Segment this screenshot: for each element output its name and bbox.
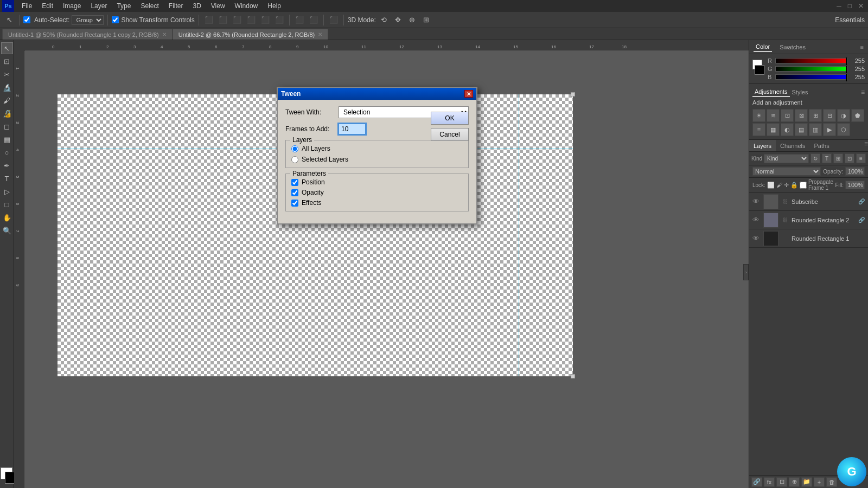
stamp-tool[interactable]: 🔏 [1,107,13,119]
arrange-btn[interactable]: ⬛ [328,14,340,26]
slice-tool[interactable]: ✂ [1,68,13,80]
propagate-checkbox[interactable] [800,182,807,189]
layer-adj-btn[interactable]: ⊕ [789,477,800,487]
fill-input[interactable] [845,181,865,189]
dialog-close-btn[interactable]: ✕ [464,90,473,98]
layer-rr1[interactable]: 👁 Rounded Rectangle 1 [749,229,868,248]
new-layer-btn[interactable]: + [814,477,825,487]
menu-type[interactable]: Type [112,1,135,11]
gradientmap-icon[interactable]: ▶ [823,123,836,136]
exposure-icon[interactable]: ⊡ [781,109,794,122]
bg-color-swatch[interactable] [755,65,764,75]
adjustments-tab[interactable]: Adjustments [752,87,790,97]
restore-btn[interactable]: □ [846,2,854,10]
layers-tab-channels[interactable]: Channels [776,140,809,151]
layer-subscribe-chain[interactable]: 🔗 [858,198,865,204]
eraser-tool[interactable]: ◻ [1,120,13,132]
opacity-input[interactable] [845,167,865,176]
invert-icon[interactable]: ◐ [781,123,794,136]
layer-rr2-visibility[interactable]: 👁 [752,216,760,224]
crop-tool[interactable]: ⊡ [1,55,13,67]
brush-tool[interactable]: 🖌 [1,94,13,106]
pen-tool[interactable]: ✒ [1,159,13,171]
brightness-icon[interactable]: ☀ [752,109,765,122]
auto-select-checkbox[interactable] [23,16,30,23]
show-transform-checkbox[interactable] [112,16,119,23]
menu-select[interactable]: Select [136,1,163,11]
menu-view[interactable]: View [207,1,229,11]
path-select-tool[interactable]: ▷ [1,185,13,197]
menu-image[interactable]: Image [59,1,85,11]
type-tool[interactable]: T [1,172,13,184]
layer-rr2[interactable]: 👁 ⛓ Rounded Rectangle 2 🔗 [749,211,868,229]
lock-paint-icon[interactable]: 🖌 [776,182,782,188]
rectangle-tool[interactable]: □ [1,198,13,210]
lock-position-icon[interactable]: ✛ [784,182,789,189]
hand-tool[interactable]: ✋ [1,211,13,223]
colorbalance-icon[interactable]: ⊟ [823,109,836,122]
dodge-tool[interactable]: ○ [1,146,13,158]
g-slider-thumb[interactable] [846,66,847,73]
layer-subscribe[interactable]: 👁 ⛓ Subscribe 🔗 [749,192,868,211]
menu-help[interactable]: Help [263,1,285,11]
dist-h-btn[interactable]: ⬛ [293,14,305,26]
panel-collapse-btn[interactable]: › [743,264,749,280]
adj-filter-icon[interactable]: ⊞ [833,153,843,163]
layers-tab-paths[interactable]: Paths [810,140,834,151]
curves-icon[interactable]: ≋ [767,109,780,122]
menu-file[interactable]: File [17,1,36,11]
adjustments-collapse[interactable]: ≡ [861,88,865,96]
kind-select[interactable]: Kind [764,154,809,163]
lock-all-icon[interactable]: 🔒 [790,182,798,189]
b-slider-thumb[interactable] [846,74,847,81]
posterize-icon[interactable]: ▤ [795,123,808,136]
refresh-icon[interactable]: ↻ [810,153,820,163]
menu-edit[interactable]: Edit [37,1,58,11]
menu-filter[interactable]: Filter [164,1,188,11]
all-layers-radio[interactable] [291,145,298,152]
lock-transparent-icon[interactable]: ⬜ [767,182,775,189]
layers-tab-layers[interactable]: Layers [749,140,776,151]
menu-window[interactable]: Window [231,1,263,11]
layer-subscribe-visibility[interactable]: 👁 [752,197,760,206]
align-center-h-btn[interactable]: ⬛ [217,14,229,26]
zoom-tool[interactable]: 🔍 [1,224,13,236]
tab-untitled1[interactable]: Untitled-1 @ 50% (Rounded Rectangle 1 co… [2,29,173,40]
layer-style-btn[interactable]: fx [764,477,775,487]
corner-handle-tr[interactable] [571,92,575,97]
minimize-btn[interactable]: ─ [834,2,844,10]
layer-link-btn[interactable]: 🔗 [751,477,762,487]
swatches-tab[interactable]: Swatches [777,43,808,52]
toggle-filter-icon[interactable]: ≡ [856,153,866,163]
layers-panel-collapse[interactable]: ≡ [864,140,868,151]
photofilter-icon[interactable]: ⬟ [851,109,864,122]
align-left-btn[interactable]: ⬛ [203,14,215,26]
eyedropper-tool[interactable]: 🔬 [1,81,13,93]
gradient-tool[interactable]: ▦ [1,133,13,145]
color-panel-collapse[interactable]: ≡ [860,44,864,50]
opacity-checkbox[interactable] [291,189,298,196]
ok-button[interactable]: OK [431,112,469,125]
type-filter-icon[interactable]: T [822,153,832,163]
position-checkbox[interactable] [291,179,298,186]
selectivecolor-icon[interactable]: ⬡ [837,123,850,136]
tab-untitled2[interactable]: Untitled-2 @ 66.7% (Rounded Rectangle 2,… [173,29,328,40]
menu-3d[interactable]: 3D [188,1,205,11]
colorlookup-icon[interactable]: ▦ [767,123,780,136]
hsl-icon[interactable]: ⊞ [809,109,822,122]
3d-rotate-btn[interactable]: ⟲ [378,14,390,26]
tab1-close[interactable]: ✕ [162,31,167,37]
align-center-v-btn[interactable]: ⬛ [259,14,271,26]
cancel-button[interactable]: Cancel [431,128,469,141]
close-btn[interactable]: ✕ [856,2,866,10]
bw-icon[interactable]: ◑ [837,109,850,122]
select-tool[interactable]: ↖ [1,42,13,54]
3d-pan-btn[interactable]: ✥ [392,14,404,26]
r-slider-thumb[interactable] [846,57,847,65]
corner-handle-br[interactable] [571,374,575,378]
align-top-btn[interactable]: ⬛ [245,14,257,26]
menu-layer[interactable]: Layer [86,1,111,11]
align-bottom-btn[interactable]: ⬛ [273,14,285,26]
smart-filter-icon[interactable]: ⊡ [845,153,854,163]
layer-rr1-visibility[interactable]: 👁 [752,234,760,242]
